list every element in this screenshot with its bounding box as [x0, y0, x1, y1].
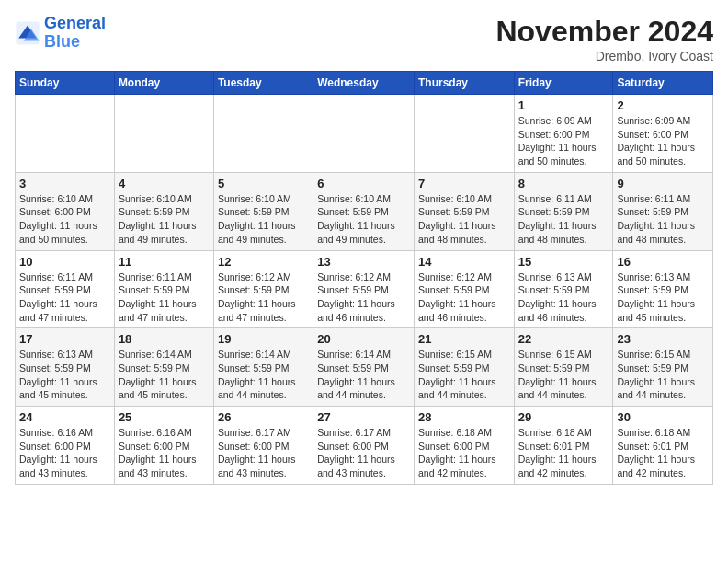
- day-info: Sunrise: 6:13 AM Sunset: 5:59 PM Dayligh…: [518, 270, 609, 325]
- calendar-cell: 25Sunrise: 6:16 AM Sunset: 6:00 PM Dayli…: [114, 407, 213, 485]
- logo-icon: [15, 20, 40, 46]
- day-info: Sunrise: 6:10 AM Sunset: 5:59 PM Dayligh…: [418, 192, 510, 247]
- calendar-cell: 9Sunrise: 6:11 AM Sunset: 5:59 PM Daylig…: [613, 172, 713, 250]
- day-info: Sunrise: 6:12 AM Sunset: 5:59 PM Dayligh…: [418, 270, 510, 325]
- calendar-cell: 21Sunrise: 6:15 AM Sunset: 5:59 PM Dayli…: [414, 328, 514, 407]
- weekday-header-saturday: Saturday: [613, 72, 713, 95]
- day-number: 19: [218, 332, 309, 346]
- calendar-cell: 20Sunrise: 6:14 AM Sunset: 5:59 PM Dayli…: [313, 328, 415, 407]
- day-number: 7: [418, 177, 510, 190]
- day-number: 24: [19, 410, 110, 424]
- day-info: Sunrise: 6:17 AM Sunset: 6:00 PM Dayligh…: [317, 426, 410, 480]
- day-number: 6: [317, 177, 410, 190]
- day-number: 2: [617, 98, 709, 112]
- month-title: November 2024: [495, 15, 713, 49]
- calendar-cell: [313, 95, 415, 173]
- calendar-cell: 4Sunrise: 6:10 AM Sunset: 5:59 PM Daylig…: [114, 172, 213, 250]
- calendar-cell: 30Sunrise: 6:18 AM Sunset: 6:01 PM Dayli…: [613, 407, 713, 485]
- weekday-header-friday: Friday: [514, 72, 613, 95]
- calendar-cell: 5Sunrise: 6:10 AM Sunset: 5:59 PM Daylig…: [213, 172, 313, 250]
- calendar-cell: 15Sunrise: 6:13 AM Sunset: 5:59 PM Dayli…: [514, 250, 613, 328]
- day-number: 22: [518, 332, 609, 346]
- day-number: 21: [418, 332, 510, 346]
- weekday-header-sunday: Sunday: [16, 72, 115, 95]
- calendar-cell: 16Sunrise: 6:13 AM Sunset: 5:59 PM Dayli…: [613, 250, 713, 328]
- calendar-cell: 26Sunrise: 6:17 AM Sunset: 6:00 PM Dayli…: [213, 407, 313, 485]
- calendar-cell: 27Sunrise: 6:17 AM Sunset: 6:00 PM Dayli…: [313, 407, 415, 485]
- day-info: Sunrise: 6:10 AM Sunset: 5:59 PM Dayligh…: [317, 192, 410, 247]
- day-info: Sunrise: 6:12 AM Sunset: 5:59 PM Dayligh…: [218, 270, 309, 325]
- calendar-cell: 3Sunrise: 6:10 AM Sunset: 6:00 PM Daylig…: [16, 172, 115, 250]
- day-number: 20: [317, 332, 410, 346]
- day-info: Sunrise: 6:10 AM Sunset: 5:59 PM Dayligh…: [119, 192, 210, 247]
- calendar-cell: 2Sunrise: 6:09 AM Sunset: 6:00 PM Daylig…: [613, 95, 713, 173]
- calendar-cell: [114, 95, 213, 173]
- calendar-cell: [16, 95, 115, 173]
- day-number: 17: [19, 332, 110, 346]
- calendar-cell: 19Sunrise: 6:14 AM Sunset: 5:59 PM Dayli…: [213, 328, 313, 407]
- day-info: Sunrise: 6:15 AM Sunset: 5:59 PM Dayligh…: [518, 348, 609, 402]
- calendar-cell: 6Sunrise: 6:10 AM Sunset: 5:59 PM Daylig…: [313, 172, 415, 250]
- calendar-cell: 18Sunrise: 6:14 AM Sunset: 5:59 PM Dayli…: [114, 328, 213, 407]
- day-number: 3: [19, 177, 110, 190]
- day-info: Sunrise: 6:11 AM Sunset: 5:59 PM Dayligh…: [119, 270, 210, 325]
- calendar-cell: 23Sunrise: 6:15 AM Sunset: 5:59 PM Dayli…: [613, 328, 713, 407]
- calendar-cell: 22Sunrise: 6:15 AM Sunset: 5:59 PM Dayli…: [514, 328, 613, 407]
- day-info: Sunrise: 6:15 AM Sunset: 5:59 PM Dayligh…: [617, 348, 709, 402]
- calendar-cell: 14Sunrise: 6:12 AM Sunset: 5:59 PM Dayli…: [414, 250, 514, 328]
- day-info: Sunrise: 6:16 AM Sunset: 6:00 PM Dayligh…: [19, 426, 110, 480]
- day-info: Sunrise: 6:14 AM Sunset: 5:59 PM Dayligh…: [218, 348, 309, 402]
- day-number: 18: [119, 332, 210, 346]
- day-number: 10: [19, 255, 110, 269]
- day-info: Sunrise: 6:10 AM Sunset: 6:00 PM Dayligh…: [19, 192, 110, 247]
- location: Drembo, Ivory Coast: [495, 49, 713, 63]
- day-info: Sunrise: 6:18 AM Sunset: 6:00 PM Dayligh…: [418, 426, 510, 480]
- day-info: Sunrise: 6:18 AM Sunset: 6:01 PM Dayligh…: [617, 426, 709, 480]
- calendar-cell: 1Sunrise: 6:09 AM Sunset: 6:00 PM Daylig…: [514, 95, 613, 173]
- day-number: 27: [317, 410, 410, 424]
- title-area: November 2024 Drembo, Ivory Coast: [495, 15, 713, 63]
- day-info: Sunrise: 6:11 AM Sunset: 5:59 PM Dayligh…: [518, 192, 609, 247]
- day-number: 1: [518, 98, 609, 112]
- calendar-cell: 10Sunrise: 6:11 AM Sunset: 5:59 PM Dayli…: [16, 250, 115, 328]
- calendar-cell: 28Sunrise: 6:18 AM Sunset: 6:00 PM Dayli…: [414, 407, 514, 485]
- day-number: 12: [218, 255, 309, 269]
- day-info: Sunrise: 6:13 AM Sunset: 5:59 PM Dayligh…: [617, 270, 709, 325]
- day-number: 11: [119, 255, 210, 269]
- logo: General Blue: [15, 15, 106, 52]
- calendar-cell: 17Sunrise: 6:13 AM Sunset: 5:59 PM Dayli…: [16, 328, 115, 407]
- day-info: Sunrise: 6:11 AM Sunset: 5:59 PM Dayligh…: [617, 192, 709, 247]
- calendar-cell: 29Sunrise: 6:18 AM Sunset: 6:01 PM Dayli…: [514, 407, 613, 485]
- day-info: Sunrise: 6:17 AM Sunset: 6:00 PM Dayligh…: [218, 426, 309, 480]
- day-number: 15: [518, 255, 609, 269]
- day-number: 4: [119, 177, 210, 190]
- day-info: Sunrise: 6:18 AM Sunset: 6:01 PM Dayligh…: [518, 426, 609, 480]
- day-number: 8: [518, 177, 609, 190]
- day-number: 30: [617, 410, 709, 424]
- day-number: 14: [418, 255, 510, 269]
- calendar-cell: 7Sunrise: 6:10 AM Sunset: 5:59 PM Daylig…: [414, 172, 514, 250]
- calendar-cell: 24Sunrise: 6:16 AM Sunset: 6:00 PM Dayli…: [16, 407, 115, 485]
- calendar: SundayMondayTuesdayWednesdayThursdayFrid…: [15, 71, 713, 485]
- calendar-cell: 8Sunrise: 6:11 AM Sunset: 5:59 PM Daylig…: [514, 172, 613, 250]
- day-info: Sunrise: 6:09 AM Sunset: 6:00 PM Dayligh…: [617, 114, 709, 168]
- calendar-cell: [414, 95, 514, 173]
- day-number: 23: [617, 332, 709, 346]
- header: General Blue November 2024 Drembo, Ivory…: [15, 15, 713, 63]
- day-number: 13: [317, 255, 410, 269]
- weekday-header-wednesday: Wednesday: [313, 72, 415, 95]
- day-info: Sunrise: 6:12 AM Sunset: 5:59 PM Dayligh…: [317, 270, 410, 325]
- weekday-header-thursday: Thursday: [414, 72, 514, 95]
- day-number: 26: [218, 410, 309, 424]
- day-info: Sunrise: 6:14 AM Sunset: 5:59 PM Dayligh…: [119, 348, 210, 402]
- day-info: Sunrise: 6:15 AM Sunset: 5:59 PM Dayligh…: [418, 348, 510, 402]
- calendar-cell: [213, 95, 313, 173]
- logo-text: General Blue: [44, 15, 106, 52]
- day-info: Sunrise: 6:16 AM Sunset: 6:00 PM Dayligh…: [119, 426, 210, 480]
- weekday-header-tuesday: Tuesday: [213, 72, 313, 95]
- day-info: Sunrise: 6:10 AM Sunset: 5:59 PM Dayligh…: [218, 192, 309, 247]
- day-number: 29: [518, 410, 609, 424]
- calendar-cell: 12Sunrise: 6:12 AM Sunset: 5:59 PM Dayli…: [213, 250, 313, 328]
- day-info: Sunrise: 6:13 AM Sunset: 5:59 PM Dayligh…: [19, 348, 110, 402]
- day-number: 9: [617, 177, 709, 190]
